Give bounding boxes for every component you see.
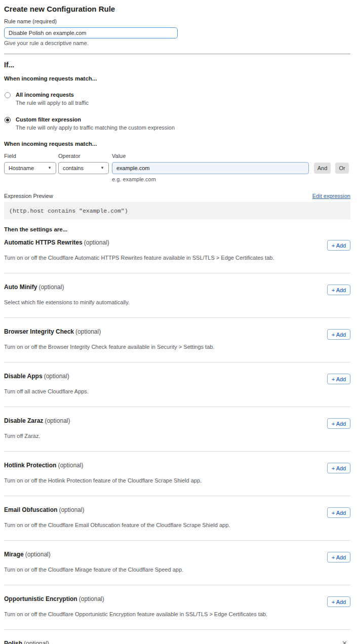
setting-title: Mirage <box>4 551 24 558</box>
radio-label: Custom filter expression <box>16 116 175 123</box>
expression-preview-row: Expression Preview Edit expression <box>4 193 350 199</box>
rule-name-input[interactable] <box>4 27 178 38</box>
optional-label: (optional) <box>84 239 109 246</box>
setting-title: Email Obfuscation <box>4 506 57 513</box>
create-configuration-rule-page: Create new Configuration Rule Rule name … <box>0 0 357 644</box>
add-button[interactable]: + Add <box>327 596 350 607</box>
radio-all-incoming-requests[interactable]: All incoming requests The rule will appl… <box>4 92 350 106</box>
setting-head: Auto Minify (optional) + Add <box>4 284 350 295</box>
field-label: Field <box>4 153 58 159</box>
add-button[interactable]: + Add <box>327 240 350 251</box>
expression-preview-code: (http.host contains "example.com") <box>4 202 350 219</box>
setting-description: Turn on or off the Cloudflare Mirage fea… <box>4 567 350 573</box>
radio-text: Custom filter expression The rule will o… <box>16 116 175 131</box>
or-button[interactable]: Or <box>335 163 349 174</box>
if-heading: If... <box>4 61 350 69</box>
setting-section: Email Obfuscation (optional) + Add Turn … <box>4 496 350 541</box>
and-button[interactable]: And <box>314 163 331 174</box>
setting-section: Auto Minify (optional) + Add Select whic… <box>4 273 350 318</box>
optional-label: (optional) <box>59 506 84 513</box>
field-select[interactable]: Hostname ▼ <box>4 162 56 174</box>
setting-head: Mirage (optional) + Add <box>4 551 350 562</box>
add-button[interactable]: + Add <box>327 329 350 340</box>
setting-section: Opportunistic Encryption (optional) + Ad… <box>4 585 350 630</box>
value-label: Value <box>112 153 126 159</box>
setting-title-line: Browser Integrity Check (optional) <box>4 328 101 335</box>
operator-select-value: contains <box>63 165 84 171</box>
setting-title-line: Mirage (optional) <box>4 551 51 558</box>
polish-section: Polish (optional) ✕ Change the settings … <box>4 630 350 644</box>
setting-description: Select which file extensions to minify a… <box>4 299 350 306</box>
setting-title: Browser Integrity Check <box>4 328 74 335</box>
setting-title-line: Hotlink Protection (optional) <box>4 462 83 469</box>
expression-preview-label: Expression Preview <box>4 193 53 199</box>
radio-button-icon[interactable] <box>5 92 11 98</box>
optional-label: (optional) <box>44 373 69 380</box>
radio-description: The rule will only apply to traffic matc… <box>16 125 175 131</box>
radio-description: The rule will apply to all traffic <box>16 100 89 106</box>
add-button[interactable]: + Add <box>327 418 350 429</box>
setting-title: Auto Minify <box>4 284 37 291</box>
setting-title-line: Opportunistic Encryption (optional) <box>4 595 104 602</box>
add-button[interactable]: + Add <box>327 285 350 295</box>
setting-section: Browser Integrity Check (optional) + Add… <box>4 318 350 363</box>
setting-title: Polish <box>4 640 22 644</box>
setting-description: Turn off all active Cloudflare Apps. <box>4 388 350 395</box>
setting-head: Automatic HTTPS Rewrites (optional) + Ad… <box>4 239 350 251</box>
builder-heading: When incoming requests match... <box>4 141 350 147</box>
setting-head: Disable Apps (optional) + Add <box>4 373 350 384</box>
optional-label: (optional) <box>58 462 83 469</box>
radio-custom-filter-expression[interactable]: Custom filter expression The rule will o… <box>4 116 350 131</box>
optional-label: (optional) <box>25 551 51 558</box>
operator-label: Operator <box>58 153 112 159</box>
setting-title-line: Auto Minify (optional) <box>4 284 64 291</box>
optional-label: (optional) <box>75 328 101 335</box>
radio-text: All incoming requests The rule will appl… <box>16 92 89 106</box>
setting-title-line: Disable Apps (optional) <box>4 373 69 380</box>
setting-head: Hotlink Protection (optional) + Add <box>4 462 350 473</box>
setting-head: Polish (optional) ✕ <box>4 640 350 644</box>
setting-head: Email Obfuscation (optional) + Add <box>4 506 350 518</box>
builder-column-labels: Field Operator Value <box>4 153 350 159</box>
settings-list: Automatic HTTPS Rewrites (optional) + Ad… <box>4 233 350 630</box>
rule-name-label: Rule name (required) <box>4 18 350 25</box>
add-button[interactable]: + Add <box>327 507 350 518</box>
rule-name-help: Give your rule a descriptive name. <box>4 40 350 47</box>
optional-label: (optional) <box>24 640 49 644</box>
add-button[interactable]: + Add <box>327 463 350 473</box>
setting-title-line: Polish (optional) <box>4 640 49 644</box>
radio-button-selected-icon[interactable] <box>5 117 11 123</box>
value-help: e.g. example.com <box>112 176 350 182</box>
chevron-down-icon: ▼ <box>100 166 104 170</box>
setting-title: Automatic HTTPS Rewrites <box>4 239 83 246</box>
add-button[interactable]: + Add <box>327 374 350 384</box>
page-title: Create new Configuration Rule <box>4 5 350 13</box>
setting-title-line: Disable Zaraz (optional) <box>4 417 70 424</box>
setting-title: Disable Apps <box>4 373 43 380</box>
expression-builder-row: Hostname ▼ contains ▼ And Or <box>4 162 350 174</box>
setting-section: Automatic HTTPS Rewrites (optional) + Ad… <box>4 233 350 273</box>
optional-label: (optional) <box>45 417 70 424</box>
setting-description: Turn on or off the Cloudflare Email Obfu… <box>4 522 350 529</box>
value-input[interactable] <box>112 162 309 174</box>
add-button[interactable]: + Add <box>327 552 350 562</box>
setting-title: Disable Zaraz <box>4 417 43 424</box>
setting-description: Turn on or off the Cloudflare Automatic … <box>4 255 350 261</box>
then-settings-heading: Then the settings are... <box>4 226 350 233</box>
edit-expression-link[interactable]: Edit expression <box>312 193 350 199</box>
setting-description: Turn on or off the Hotlink Protection fe… <box>4 477 350 484</box>
chevron-down-icon: ▼ <box>48 166 52 170</box>
setting-head: Disable Zaraz (optional) + Add <box>4 417 350 429</box>
field-select-value: Hostname <box>9 165 34 171</box>
setting-head: Opportunistic Encryption (optional) + Ad… <box>4 595 350 607</box>
setting-description: Turn on or off the Cloudflare Opportunis… <box>4 611 350 618</box>
setting-section: Mirage (optional) + Add Turn on or off t… <box>4 541 350 585</box>
operator-select[interactable]: contains ▼ <box>58 162 109 174</box>
setting-section: Disable Apps (optional) + Add Turn off a… <box>4 363 350 407</box>
setting-description: Turn on or off the Browser Integrity Che… <box>4 344 350 350</box>
optional-label: (optional) <box>79 595 104 602</box>
close-icon[interactable]: ✕ <box>342 640 347 644</box>
setting-section: Hotlink Protection (optional) + Add Turn… <box>4 452 350 496</box>
match-heading: When incoming requests match... <box>4 75 350 82</box>
optional-label: (optional) <box>38 284 64 291</box>
